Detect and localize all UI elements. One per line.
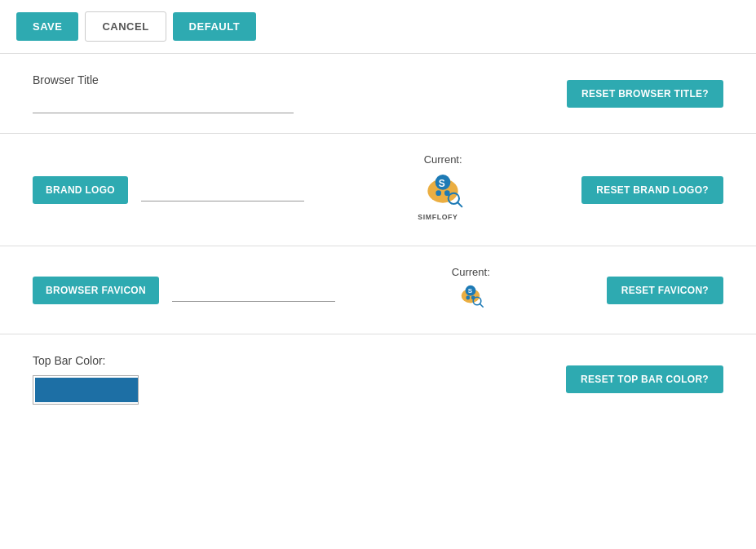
color-swatch-wrapper[interactable]: [33, 375, 139, 405]
browser-favicon-section: BROWSER FAVICON Current: S RESET FAVICON…: [0, 246, 756, 334]
cancel-button[interactable]: CANCEL: [85, 11, 166, 42]
reset-browser-title-button[interactable]: RESET BROWSER TITLE?: [567, 80, 723, 108]
brand-logo-preview: Current: S SIMFLOFY: [410, 153, 475, 226]
favicon-left: BROWSER FAVICON: [33, 277, 335, 304]
browser-title-label: Browser Title: [33, 73, 567, 86]
brand-logo-image: S SIMFLOFY: [410, 169, 475, 226]
top-bar-color-left: Top Bar Color:: [33, 354, 139, 405]
favicon-file-input[interactable]: [172, 279, 335, 302]
reset-top-bar-color-button[interactable]: RESET TOP BAR COLOR?: [566, 365, 723, 393]
favicon-right: RESET FAVICON?: [607, 277, 723, 304]
brand-logo-file-input[interactable]: [141, 179, 304, 201]
browser-title-left: Browser Title: [33, 73, 567, 113]
page-wrapper: SAVE CANCEL DEFAULT Browser Title RESET …: [0, 0, 756, 549]
svg-line-12: [480, 303, 484, 307]
svg-text:SIMFLOFY: SIMFLOFY: [418, 213, 458, 221]
top-bar-color-section: Top Bar Color: RESET TOP BAR COLOR?: [0, 334, 756, 424]
favicon-upload-button[interactable]: BROWSER FAVICON: [33, 277, 159, 304]
color-swatch: [35, 378, 138, 402]
svg-point-13: [466, 296, 471, 300]
favicon-current-label: Current:: [452, 266, 490, 278]
svg-text:S: S: [468, 287, 473, 294]
svg-point-6: [444, 190, 450, 196]
brand-logo-left: BRAND LOGO: [33, 176, 304, 204]
save-button[interactable]: SAVE: [16, 12, 78, 41]
favicon-image: S: [454, 281, 487, 314]
default-button[interactable]: DEFAULT: [173, 12, 256, 41]
toolbar: SAVE CANCEL DEFAULT: [0, 0, 756, 53]
brand-logo-upload-button[interactable]: BRAND LOGO: [33, 176, 128, 204]
top-bar-color-label: Top Bar Color:: [33, 354, 139, 367]
svg-line-4: [458, 202, 462, 206]
svg-text:S: S: [439, 178, 445, 189]
brand-logo-current-label: Current:: [424, 153, 462, 166]
brand-logo-section: BRAND LOGO Current: S: [0, 133, 756, 246]
favicon-preview: Current: S: [452, 266, 490, 314]
browser-title-input[interactable]: [33, 93, 294, 113]
browser-title-section: Browser Title RESET BROWSER TITLE?: [0, 53, 756, 133]
browser-title-right: RESET BROWSER TITLE?: [567, 80, 723, 108]
brand-logo-right: RESET BRAND LOGO?: [581, 176, 723, 204]
reset-favicon-button[interactable]: RESET FAVICON?: [607, 277, 723, 304]
top-bar-color-right: RESET TOP BAR COLOR?: [566, 365, 723, 393]
svg-point-5: [435, 190, 441, 196]
svg-point-14: [471, 296, 475, 300]
reset-brand-logo-button[interactable]: RESET BRAND LOGO?: [581, 176, 723, 204]
